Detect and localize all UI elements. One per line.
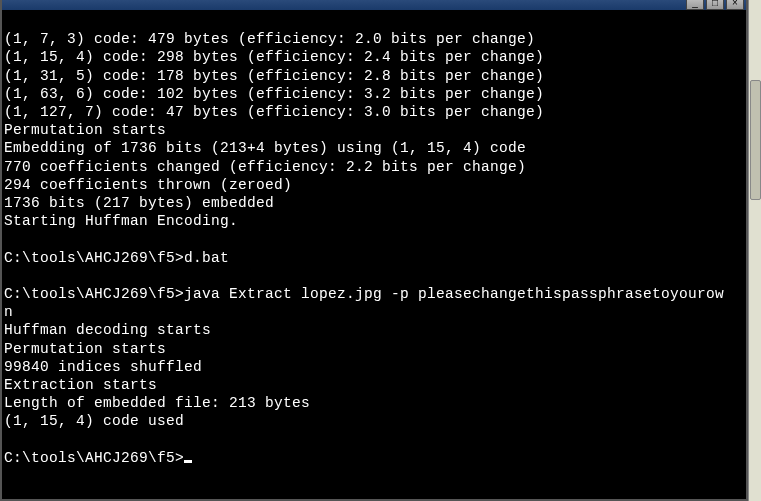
output-line: 99840 indices shuffled	[4, 359, 202, 375]
output-line: (1, 63, 6) code: 102 bytes (efficiency: …	[4, 86, 544, 102]
output-line: Permutation starts	[4, 122, 166, 138]
vertical-scrollbar[interactable]	[748, 0, 761, 501]
output-line: Embedding of 1736 bits (213+4 bytes) usi…	[4, 140, 526, 156]
output-line: (1, 15, 4) code: 298 bytes (efficiency: …	[4, 49, 544, 65]
maximize-button[interactable]: □	[706, 0, 724, 10]
prompt-line: C:\tools\AHCJ269\f5>	[4, 450, 192, 466]
output-line: 770 coefficients changed (efficiency: 2.…	[4, 159, 526, 175]
output-line: C:\tools\AHCJ269\f5>d.bat	[4, 250, 229, 266]
cursor	[184, 460, 192, 463]
close-button[interactable]: ×	[726, 0, 744, 10]
terminal-output[interactable]: (1, 7, 3) code: 479 bytes (efficiency: 2…	[2, 10, 746, 499]
output-line: 294 coefficients thrown (zeroed)	[4, 177, 292, 193]
output-line: (1, 7, 3) code: 479 bytes (efficiency: 2…	[4, 31, 535, 47]
output-line: Extraction starts	[4, 377, 157, 393]
prompt-text: C:\tools\AHCJ269\f5>	[4, 450, 184, 466]
output-line: 1736 bits (217 bytes) embedded	[4, 195, 274, 211]
output-line: Length of embedded file: 213 bytes	[4, 395, 310, 411]
minimize-button[interactable]: _	[686, 0, 704, 10]
output-line: (1, 31, 5) code: 178 bytes (efficiency: …	[4, 68, 544, 84]
titlebar: _ □ ×	[2, 0, 746, 10]
output-line: C:\tools\AHCJ269\f5>java Extract lopez.j…	[4, 286, 724, 302]
output-line: (1, 15, 4) code used	[4, 413, 184, 429]
output-line: Huffman decoding starts	[4, 322, 211, 338]
output-line: Permutation starts	[4, 341, 166, 357]
output-line: (1, 127, 7) code: 47 bytes (efficiency: …	[4, 104, 544, 120]
output-line: n	[4, 304, 13, 320]
scrollbar-thumb[interactable]	[750, 80, 761, 200]
terminal-window: _ □ × (1, 7, 3) code: 479 bytes (efficie…	[0, 0, 748, 501]
output-line: Starting Huffman Encoding.	[4, 213, 238, 229]
